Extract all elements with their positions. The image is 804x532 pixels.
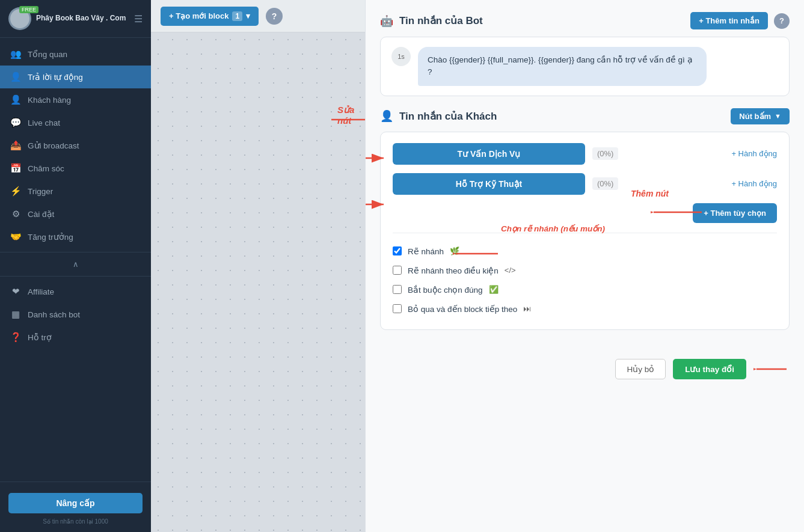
- ho-tro-icon: ❓: [10, 332, 22, 343]
- broadcast-icon: 📤: [10, 140, 22, 151]
- annotation-sua-nut: Sửa nút: [337, 105, 365, 126]
- toolbar-help-button[interactable]: ?: [266, 8, 283, 25]
- danh-sach-bot-icon: ▦: [10, 309, 22, 320]
- khach-hang-icon: 👤: [10, 94, 22, 105]
- checkbox-section: Rẽ nhánh 🌿 Chọn rẽ nhánh (nếu muốn): [393, 233, 777, 319]
- sidebar-item-label: Tổng quan: [28, 49, 67, 59]
- affiliate-icon: ❤: [10, 286, 22, 297]
- sidebar-item-danh-sach-bot[interactable]: ▦ Danh sách bot: [0, 303, 151, 326]
- option-row-2: Hỗ Trợ Kỹ Thuật (0%) + Hành động: [393, 173, 777, 195]
- main-content: + Tạo mới block 1 ▾ ? Sửa nút: [151, 0, 365, 532]
- cham-soc-icon: 📅: [10, 163, 22, 174]
- option-action-2[interactable]: + Hành động: [731, 179, 777, 188]
- sidebar-item-label: Hỗ trợ: [28, 332, 52, 342]
- sidebar-collapse[interactable]: ∧: [0, 256, 151, 272]
- sidebar-item-live-chat[interactable]: 💬 Live chat: [0, 111, 151, 134]
- tang-truong-icon: 🤝: [10, 231, 22, 242]
- sidebar-nav: 👥 Tổng quan 👤 Trả lời tự động 👤 Khách hà…: [0, 38, 151, 482]
- sidebar-header: FREE Phây Book Bao Vây . Com ☰: [0, 0, 151, 38]
- bot-section-title: Tin nhắn của Bot: [399, 14, 684, 27]
- checkbox-re-nhanh-dk[interactable]: [393, 266, 402, 275]
- chon-re-nhanh-label: Chọn rẽ nhánh (nếu muốn): [501, 224, 605, 233]
- cancel-button[interactable]: Hủy bỏ: [615, 359, 666, 379]
- add-option-button[interactable]: + Thêm tùy chọn: [693, 203, 777, 223]
- option-row-1: Tư Vấn Dịch Vụ (0%) + Hành động: [393, 143, 777, 165]
- sidebar-item-gui-broadcast[interactable]: 📤 Gửi broadcast: [0, 134, 151, 157]
- sidebar-divider-2: [0, 276, 151, 277]
- bot-section-help[interactable]: ?: [774, 13, 790, 29]
- checkbox-label-bat-buoc: Bắt buộc chọn đúng: [408, 285, 483, 295]
- bubble-text[interactable]: Chào {{gender}} {{full_name}}. {{gender}…: [418, 47, 707, 86]
- sidebar: FREE Phây Book Bao Vây . Com ☰ 👥 Tổng qu…: [0, 0, 151, 532]
- bo-qua-icon: ⏭: [523, 304, 531, 313]
- annotation-them-nut: Thêm nút: [631, 189, 669, 198]
- option-button-2[interactable]: Hỗ Trợ Kỹ Thuật: [393, 173, 585, 195]
- checkbox-label-bo-qua: Bỏ qua và đến block tiếp theo: [408, 304, 517, 314]
- save-arrow: [753, 360, 790, 378]
- bot-section-header: 🤖 Tin nhắn của Bot + Thêm tin nhắn ?: [380, 12, 790, 29]
- create-block-button[interactable]: + Tạo mới block 1 ▾: [161, 7, 259, 26]
- sidebar-item-khach-hang[interactable]: 👤 Khách hàng: [0, 88, 151, 111]
- sidebar-title: Phây Book Bao Vây . Com: [36, 14, 126, 23]
- sidebar-item-tang-truong[interactable]: 🤝 Tăng trưởng: [0, 225, 151, 248]
- sua-nut-arrow-1: [365, 149, 390, 167]
- toolbar: + Tạo mới block 1 ▾ ?: [151, 0, 365, 32]
- customer-section: 👤 Tin nhắn của Khách Nút bấm ▼: [380, 108, 790, 340]
- upgrade-button[interactable]: Nâng cấp: [8, 493, 143, 513]
- dropdown-arrow-icon: ▾: [246, 11, 250, 20]
- menu-icon[interactable]: ☰: [134, 13, 143, 25]
- sua-nut-arrow-2: [365, 195, 390, 213]
- checkbox-label-re-nhanh: Rẽ nhánh: [408, 246, 444, 256]
- sidebar-item-label: Affiliate: [28, 287, 54, 296]
- options-card: Tư Vấn Dịch Vụ (0%) + Hành động Hỗ: [380, 132, 790, 330]
- dropdown-arrow-icon: ▼: [775, 112, 781, 120]
- bottom-actions: Hủy bỏ Lưu thay đổi: [380, 349, 790, 382]
- sidebar-footer-text: Số tin nhắn còn lại 1000: [0, 517, 151, 527]
- sidebar-item-trigger[interactable]: ⚡ Trigger: [0, 180, 151, 203]
- sidebar-bottom: Nâng cấp Số tin nhắn còn lại 1000: [0, 482, 151, 532]
- sidebar-item-tong-quan[interactable]: 👥 Tổng quan: [0, 43, 151, 66]
- canvas-area: Sửa nút: [151, 32, 365, 532]
- re-nhanh-dk-icon: </>: [505, 266, 516, 275]
- customer-header: 👤 Tin nhắn của Khách Nút bấm ▼: [380, 108, 790, 124]
- sidebar-item-ho-tro[interactable]: ❓ Hỗ trợ: [0, 326, 151, 349]
- sidebar-item-label: Chăm sóc: [28, 164, 64, 173]
- checkbox-row-re-nhanh: Rẽ nhánh 🌿: [393, 242, 777, 261]
- trigger-icon: ⚡: [10, 186, 22, 197]
- save-button[interactable]: Lưu thay đổi: [673, 359, 746, 379]
- tra-loi-icon: 👤: [10, 72, 22, 82]
- checkbox-row-bo-qua: Bỏ qua và đến block tiếp theo ⏭: [393, 299, 777, 319]
- option-action-1[interactable]: + Hành động: [731, 149, 777, 158]
- right-panel: 🤖 Tin nhắn của Bot + Thêm tin nhắn ? 1s …: [365, 0, 804, 532]
- sidebar-item-label: Trả lời tự động: [28, 72, 83, 82]
- checkbox-bo-qua[interactable]: [393, 304, 402, 313]
- option-button-1[interactable]: Tư Vấn Dịch Vụ: [393, 143, 585, 165]
- checkbox-label-re-nhanh-dk: Rẽ nhánh theo điều kiện: [408, 266, 499, 275]
- re-nhanh-icon: 🌿: [450, 246, 459, 255]
- checkbox-bat-buoc[interactable]: [393, 285, 402, 294]
- annotation-chon-re-nhanh: Chọn rẽ nhánh (nếu muốn): [501, 224, 605, 233]
- sidebar-item-label: Khách hàng: [28, 96, 71, 105]
- customer-icon: 👤: [380, 109, 393, 123]
- sidebar-item-label: Danh sách bot: [28, 310, 80, 319]
- sidebar-item-affiliate[interactable]: ❤ Affiliate: [0, 280, 151, 303]
- nut-bam-dropdown[interactable]: Nút bấm ▼: [731, 108, 790, 124]
- option-percent-1: (0%): [592, 147, 618, 160]
- option-percent-2: (0%): [592, 177, 618, 190]
- bubble-time-badge: 1s: [391, 47, 411, 66]
- add-message-button[interactable]: + Thêm tin nhắn: [690, 12, 768, 29]
- sidebar-item-label: Tăng trưởng: [28, 232, 73, 242]
- checkbox-row-re-nhanh-dk: Rẽ nhánh theo điều kiện </>: [393, 261, 777, 280]
- create-block-label: + Tạo mới block: [169, 11, 229, 20]
- sidebar-item-cai-dat[interactable]: ⚙ Cài đặt: [0, 203, 151, 225]
- sidebar-item-cham-soc[interactable]: 📅 Chăm sóc: [0, 157, 151, 180]
- create-block-badge: 1: [232, 11, 242, 21]
- sidebar-item-tra-loi-tu-dong[interactable]: 👤 Trả lời tự động: [0, 66, 151, 88]
- checkbox-re-nhanh[interactable]: [393, 246, 402, 255]
- cai-dat-icon: ⚙: [10, 209, 22, 219]
- free-badge: FREE: [19, 6, 38, 13]
- sidebar-item-label: Cài đặt: [28, 209, 54, 219]
- bot-bubble-row: 1s Chào {{gender}} {{full_name}}. {{gend…: [391, 47, 778, 86]
- sidebar-item-label: Gửi broadcast: [28, 141, 79, 150]
- sidebar-divider: [0, 252, 151, 252]
